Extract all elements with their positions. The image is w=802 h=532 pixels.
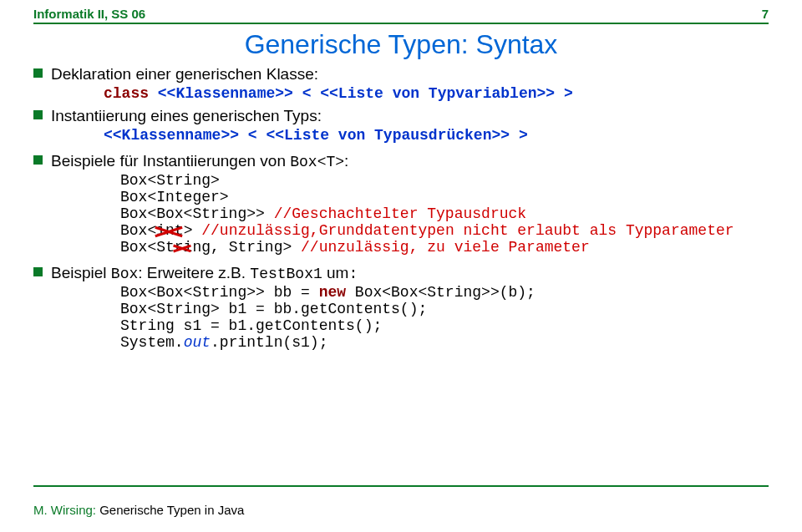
code: Box<Box<String>> bb = — [120, 284, 319, 301]
code-rest: <<Klassenname>> < <<Liste von Typvariabl… — [149, 85, 573, 102]
program-line-1: Box<Box<String>> bb = new Box<Box<String… — [33, 284, 769, 301]
text: Beispiel — [51, 264, 111, 281]
code: > — [184, 222, 202, 239]
header-pagenum: 7 — [762, 7, 769, 21]
header-course: Informatik II, SS 06 — [33, 7, 145, 21]
comment: //unzulässig, zu viele Parameter — [301, 239, 590, 256]
code-inline: TestBox1 — [250, 266, 322, 282]
bullet-declaration: Deklaration einer generischen Klasse: — [33, 65, 769, 84]
slide-body: Generische Typen: Syntax Deklaration ein… — [0, 24, 802, 351]
program-line-4: System.out.println(s1); — [33, 334, 769, 351]
bullet-instantiation: Instantiierung eines generischen Typs: — [33, 107, 769, 125]
bullet-icon — [33, 110, 43, 119]
bullet-icon — [33, 155, 43, 165]
text: um — [322, 264, 349, 281]
text-pre: Beispiele für Instantiierungen von — [51, 152, 290, 170]
footer-title: Generische Typen in Java — [99, 503, 244, 517]
bullet-text: Instantiierung eines generischen Typs: — [51, 107, 322, 125]
example-line-4: Box<int> //unzulässig,Grunddatentypen ni… — [33, 222, 769, 239]
bullet-text: Beispiel Box: Erweitere z.B. TestBox1 um… — [51, 264, 358, 282]
footer-author: M. Wirsing: — [33, 503, 99, 517]
example-line-3: Box<Box<String>> //Geschachtelter Typaus… — [33, 205, 769, 222]
keyword-class: class — [104, 85, 149, 102]
code: .println(s1); — [211, 334, 327, 351]
bullet-examples: Beispiele für Instantiierungen von Box<T… — [33, 152, 769, 170]
keyword-new: new — [319, 284, 346, 301]
code-inline: Box — [111, 266, 138, 282]
colon: : — [348, 266, 358, 282]
code: Box< — [120, 222, 156, 239]
program-line-3: String s1 = b1.getContents(); — [33, 317, 769, 334]
example-line-2: Box<Integer> — [33, 189, 769, 205]
code: Box<Box<String>> — [120, 205, 274, 222]
code-class-decl: class <<Klassenname>> < <<Liste von Typv… — [33, 85, 769, 102]
code: System. — [120, 334, 184, 351]
code-field: out — [184, 334, 211, 351]
bullet-text: Beispiele für Instantiierungen von Box<T… — [51, 152, 348, 170]
crossed-int: int — [156, 222, 183, 239]
code: Box<Box<String>>(b); — [346, 284, 536, 301]
bullet-icon — [33, 267, 43, 276]
example-line-5: Box<String, String> //unzulässig, zu vie… — [33, 239, 769, 256]
comment: //Geschachtelter Typausdruck — [274, 205, 526, 222]
text-post: : — [344, 152, 348, 170]
code: Box<St — [120, 239, 175, 256]
bullet-beispiel: Beispiel Box: Erweitere z.B. TestBox1 um… — [33, 264, 769, 282]
bullet-icon — [33, 68, 43, 78]
code-inline: Box<T> — [290, 154, 344, 170]
code: ng, String> — [192, 239, 301, 256]
code-instantiation: <<Klassenname>> < <<Liste von Typausdrüc… — [33, 127, 769, 144]
footer: M. Wirsing: Generische Typen in Java — [33, 503, 244, 517]
text: : Erweitere z.B. — [138, 264, 250, 281]
bullet-text: Deklaration einer generischen Klasse: — [51, 65, 318, 84]
comment: //unzulässig,Grunddatentypen nicht erlau… — [201, 222, 733, 239]
rule-bottom — [33, 485, 769, 487]
slide-title: Generische Typen: Syntax — [33, 29, 769, 60]
crossed-ri: ri — [175, 239, 193, 256]
example-line-1: Box<String> — [33, 172, 769, 189]
program-line-2: Box<String> b1 = bb.getContents(); — [33, 301, 769, 317]
